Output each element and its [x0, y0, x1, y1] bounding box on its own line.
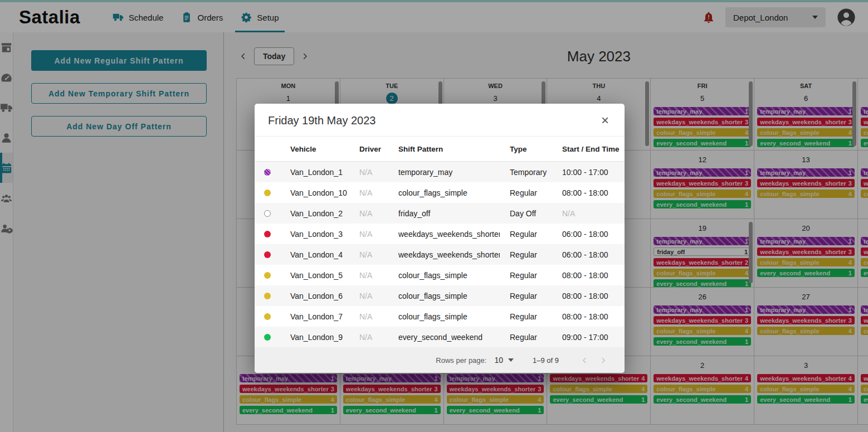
- shift-pattern-cell: weekdays_weekends_shorter: [388, 230, 500, 239]
- pattern-color-cell: [255, 293, 280, 299]
- pattern-color-cell: [255, 210, 280, 217]
- pattern-color-cell: [255, 313, 280, 320]
- type-cell: Regular: [500, 188, 552, 197]
- table-row[interactable]: Van_London_6N/Acolour_flags_simpleRegula…: [255, 285, 625, 306]
- vehicle-cell: Van_London_4: [280, 250, 349, 259]
- table-row[interactable]: Van_London_10N/Acolour_flags_simpleRegul…: [255, 182, 625, 203]
- time-cell: 06:00 - 18:00: [552, 250, 625, 259]
- column-header-type: Type: [500, 145, 552, 153]
- driver-cell: N/A: [349, 333, 388, 342]
- pattern-color-cell: [255, 169, 280, 176]
- pattern-color-cell: [255, 190, 280, 196]
- time-cell: 08:00 - 18:00: [552, 271, 625, 280]
- type-cell: Regular: [500, 271, 552, 280]
- column-header-driver: Driver: [349, 145, 388, 153]
- table-row[interactable]: Van_London_5N/Acolour_flags_simpleRegula…: [255, 265, 625, 285]
- table-row[interactable]: Van_London_7N/Acolour_flags_simpleRegula…: [255, 306, 625, 327]
- pattern-color-cell: [255, 334, 280, 341]
- driver-cell: N/A: [349, 188, 388, 197]
- pagination-range: 1–9 of 9: [533, 356, 559, 365]
- driver-cell: N/A: [349, 209, 388, 218]
- driver-cell: N/A: [349, 271, 388, 280]
- time-cell: 10:00 - 17:00: [552, 168, 625, 177]
- column-header-start-end-time: Start / End Time: [552, 145, 625, 153]
- time-cell: 09:00 - 17:00: [552, 333, 625, 342]
- column-header-shift-pattern: Shift Pattern: [388, 145, 500, 153]
- vehicle-cell: Van_London_7: [280, 312, 349, 321]
- shift-pattern-cell: colour_flags_simple: [388, 271, 500, 280]
- time-cell: N/A: [552, 209, 625, 218]
- shift-pattern-cell: friday_off: [388, 209, 500, 218]
- vehicle-cell: Van_London_3: [280, 230, 349, 239]
- time-cell: 08:00 - 18:00: [552, 292, 625, 300]
- day-detail-modal: Friday 19th May 2023 × Vehicle Driver Sh…: [255, 104, 625, 373]
- table-row[interactable]: Van_London_3N/Aweekdays_weekends_shorter…: [255, 224, 625, 244]
- pattern-color-cell: [255, 231, 280, 237]
- yellow-pattern-dot: [264, 293, 271, 299]
- table-row[interactable]: Van_London_4N/Aweekdays_weekends_shorter…: [255, 244, 625, 265]
- driver-cell: N/A: [349, 168, 388, 177]
- shift-pattern-cell: colour_flags_simple: [388, 188, 500, 197]
- modal-table-header: Vehicle Driver Shift Pattern Type Start …: [255, 136, 625, 162]
- modal-pagination: Rows per page: 10 1–9 of 9: [255, 347, 625, 373]
- table-row[interactable]: Van_London_2N/Afriday_offDay OffN/A: [255, 203, 625, 224]
- vehicle-cell: Van_London_10: [280, 188, 349, 197]
- vehicle-cell: Van_London_5: [280, 271, 349, 280]
- yellow-pattern-dot: [264, 272, 271, 279]
- vehicle-cell: Van_London_2: [280, 209, 349, 218]
- time-cell: 08:00 - 18:00: [552, 312, 625, 321]
- pagination-next-button[interactable]: [594, 357, 612, 364]
- table-row[interactable]: Van_London_9N/Aevery_second_weekendRegul…: [255, 327, 625, 347]
- outline-pattern-dot: [264, 210, 271, 217]
- time-cell: 06:00 - 18:00: [552, 230, 625, 239]
- shift-pattern-cell: temporary_may: [388, 168, 500, 177]
- type-cell: Regular: [500, 250, 552, 259]
- shift-pattern-cell: every_second_weekend: [388, 333, 500, 342]
- column-header-vehicle: Vehicle: [280, 145, 349, 153]
- pagination-prev-button[interactable]: [576, 357, 594, 364]
- rows-per-page-label: Rows per page:: [436, 356, 486, 365]
- type-cell: Regular: [500, 333, 552, 342]
- modal-table-body: Van_London_1N/Atemporary_mayTemporary10:…: [255, 162, 625, 347]
- close-icon[interactable]: ×: [599, 114, 611, 127]
- shift-pattern-cell: colour_flags_simple: [388, 292, 500, 300]
- green-pattern-dot: [264, 334, 271, 341]
- driver-cell: N/A: [349, 250, 388, 259]
- driver-cell: N/A: [349, 312, 388, 321]
- pattern-color-cell: [255, 251, 280, 258]
- table-row[interactable]: Van_London_1N/Atemporary_mayTemporary10:…: [255, 162, 625, 182]
- red-pattern-dot: [264, 231, 271, 237]
- modal-header: Friday 19th May 2023 ×: [255, 104, 625, 136]
- pattern-color-cell: [255, 272, 280, 279]
- shift-pattern-cell: colour_flags_simple: [388, 312, 500, 321]
- driver-cell: N/A: [349, 230, 388, 239]
- chevron-down-icon: [508, 358, 514, 362]
- rows-per-page-select[interactable]: 10: [494, 356, 514, 365]
- vehicle-cell: Van_London_9: [280, 333, 349, 342]
- yellow-pattern-dot: [264, 313, 271, 320]
- type-cell: Temporary: [500, 168, 552, 177]
- type-cell: Regular: [500, 312, 552, 321]
- vehicle-cell: Van_London_1: [280, 168, 349, 177]
- type-cell: Regular: [500, 230, 552, 239]
- yellow-pattern-dot: [264, 190, 271, 196]
- type-cell: Day Off: [500, 209, 552, 218]
- time-cell: 08:00 - 18:00: [552, 188, 625, 197]
- type-cell: Regular: [500, 292, 552, 300]
- modal-title: Friday 19th May 2023: [268, 114, 376, 127]
- purple-pattern-dot: [264, 169, 271, 176]
- app-window: Satalia ScheduleOrdersSetup Depot_London…: [0, 0, 868, 432]
- driver-cell: N/A: [349, 292, 388, 300]
- shift-pattern-cell: weekdays_weekends_shorter: [388, 250, 500, 259]
- rows-per-page-value: 10: [494, 356, 503, 365]
- vehicle-cell: Van_London_6: [280, 292, 349, 300]
- red-pattern-dot: [264, 251, 271, 258]
